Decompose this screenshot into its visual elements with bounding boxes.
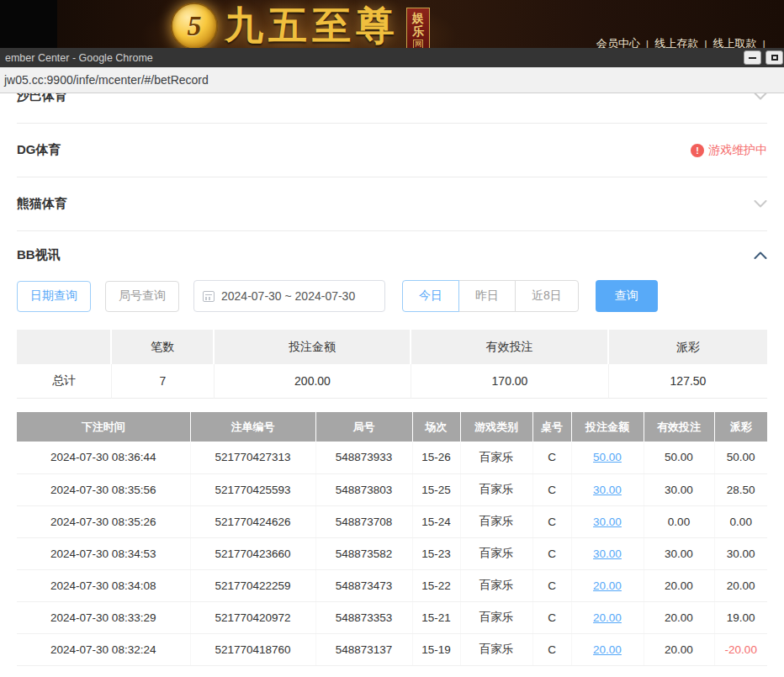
maintenance-status: ! 游戏维护中 [691, 143, 767, 158]
table-row: 2024-07-30 08:36:44 521770427313 5488739… [17, 442, 767, 473]
maintenance-text: 游戏维护中 [708, 143, 767, 158]
order-id-cell: 521770423660 [190, 537, 315, 569]
section-label: 熊猫体育 [17, 196, 67, 212]
badge-char: 乐 [412, 24, 424, 38]
section-bb-live[interactable]: BB视讯 [17, 231, 767, 278]
coin-icon: 5 [171, 3, 218, 50]
chevron-down-icon [754, 93, 767, 100]
header-round-id: 局号 [315, 412, 412, 442]
game-type-cell: 百家乐 [460, 633, 532, 665]
game-type-cell: 百家乐 [460, 569, 532, 601]
summary-total-label: 总计 [17, 364, 112, 399]
header-bet-amount: 投注金额 [571, 412, 644, 442]
game-type-cell: 百家乐 [460, 505, 532, 537]
header-table-id: 桌号 [532, 412, 571, 442]
payout-cell: 30.00 [714, 537, 767, 569]
quick-range-group: 今日 昨日 近8日 [402, 280, 579, 312]
session-cell: 15-24 [412, 505, 460, 537]
filter-bar: 日期查询 局号查询 2024-07-30 ~ 2024-07-30 今日 昨日 … [17, 280, 767, 312]
table-row: 2024-07-30 08:34:53 521770423660 5488735… [17, 537, 767, 569]
table-row: 2024-07-30 08:35:26 521770424626 5488737… [17, 505, 767, 537]
maximize-button[interactable] [765, 50, 783, 65]
table-row: 2024-07-30 08:34:08 521770422259 5488734… [17, 569, 767, 601]
round-id-cell: 548873803 [315, 473, 412, 505]
round-id-cell: 548873353 [315, 601, 412, 633]
date-range-value: 2024-07-30 ~ 2024-07-30 [221, 289, 355, 303]
logo-badge: 娱 乐 网 [406, 8, 430, 52]
date-query-tab[interactable]: 日期查询 [17, 281, 91, 312]
session-cell: 15-23 [412, 537, 460, 569]
summary-header-payout: 派彩 [609, 330, 767, 364]
quick-yesterday-button[interactable]: 昨日 [458, 280, 516, 312]
game-type-cell: 百家乐 [460, 537, 532, 569]
summary-total-row: 总计 7 200.00 170.00 127.50 [17, 364, 767, 399]
bet-amount-link[interactable]: 30.00 [571, 473, 644, 505]
section-label: BB视讯 [17, 247, 61, 263]
summary-header-bet-amount: 投注金额 [215, 330, 411, 364]
header-game-type: 游戏类别 [460, 412, 532, 442]
badge-char: 娱 [412, 11, 424, 24]
order-id-cell: 521770418760 [190, 633, 315, 665]
section-dg-sports[interactable]: DG体育 ! 游戏维护中 [17, 124, 767, 177]
bet-amount-link[interactable]: 30.00 [571, 505, 644, 537]
summary-header-valid-bet: 有效投注 [411, 330, 609, 364]
summary-count-value: 7 [112, 364, 215, 399]
summary-table: 笔数 投注金额 有效投注 派彩 总计 7 200.00 170.00 127.5… [17, 330, 767, 399]
valid-bet-cell: 0.00 [644, 505, 714, 537]
bet-time-cell: 2024-07-30 08:34:08 [17, 569, 190, 601]
header-valid-bet: 有效投注 [644, 412, 714, 442]
calendar-icon [203, 291, 215, 302]
bet-time-cell: 2024-07-30 08:32:24 [17, 633, 190, 665]
game-type-cell: 百家乐 [460, 473, 532, 505]
site-logo-text: 九五至尊 [225, 3, 400, 50]
section-panda-sports[interactable]: 熊猫体育 [17, 177, 767, 231]
bet-amount-link[interactable]: 20.00 [571, 633, 644, 665]
table-row: 2024-07-30 08:35:56 521770425593 5488738… [17, 473, 767, 505]
session-cell: 15-22 [412, 569, 460, 601]
round-id-cell: 548873933 [315, 442, 412, 473]
date-range-input[interactable]: 2024-07-30 ~ 2024-07-30 [193, 280, 385, 312]
order-id-cell: 521770427313 [190, 442, 315, 473]
coin-number: 5 [188, 10, 202, 42]
session-cell: 15-21 [412, 601, 460, 633]
banner-left-panel [0, 0, 57, 48]
quick-today-button[interactable]: 今日 [402, 280, 459, 312]
game-type-cell: 百家乐 [460, 442, 532, 473]
maintenance-icon: ! [691, 144, 704, 157]
bet-amount-link[interactable]: 30.00 [571, 537, 644, 569]
bet-table-body: 2024-07-30 08:36:44 521770427313 5488739… [17, 442, 767, 665]
window-title: ember Center - Google Chrome [0, 52, 153, 64]
url-text: jw05.cc:9900/infe/mcenter/#/betRecord [4, 73, 209, 87]
valid-bet-cell: 50.00 [644, 442, 714, 473]
header-order-id: 注单编号 [190, 412, 315, 442]
bet-amount-link[interactable]: 50.00 [571, 442, 644, 473]
round-id-cell: 548873137 [315, 633, 412, 665]
table-id-cell: C [532, 569, 571, 601]
order-id-cell: 521770425593 [190, 473, 315, 505]
round-query-tab[interactable]: 局号查询 [105, 281, 179, 312]
order-id-cell: 521770424626 [190, 505, 315, 537]
site-banner: 5 九五至尊 娱 乐 网 会员中心 | 线上存款 | 线上取款 | [0, 0, 784, 48]
payout-cell: 28.50 [714, 473, 767, 505]
minimize-icon [749, 57, 756, 59]
quick-8days-button[interactable]: 近8日 [515, 280, 579, 312]
window-controls [744, 50, 783, 65]
bet-amount-link[interactable]: 20.00 [571, 601, 644, 633]
address-bar[interactable]: jw05.cc:9900/infe/mcenter/#/betRecord [0, 67, 784, 93]
section-label: DG体育 [17, 142, 61, 158]
search-button[interactable]: 查询 [596, 280, 658, 312]
page-content: 沙巴体育 DG体育 ! 游戏维护中 熊猫体育 BB视讯 日期查询 局号查询 20… [0, 70, 784, 666]
maximize-icon [771, 55, 778, 61]
order-id-cell: 521770422259 [190, 569, 315, 601]
minimize-button[interactable] [744, 50, 761, 65]
chevron-down-icon [754, 200, 767, 208]
header-session: 场次 [412, 412, 460, 442]
session-cell: 15-25 [412, 473, 460, 505]
summary-payout-value: 127.50 [609, 364, 767, 399]
payout-cell: 0.00 [714, 505, 767, 537]
summary-header-count: 笔数 [112, 330, 215, 364]
table-id-cell: C [532, 633, 571, 665]
bet-amount-link[interactable]: 20.00 [571, 569, 644, 601]
summary-valid-bet-value: 170.00 [411, 364, 609, 399]
round-id-cell: 548873582 [315, 537, 412, 569]
